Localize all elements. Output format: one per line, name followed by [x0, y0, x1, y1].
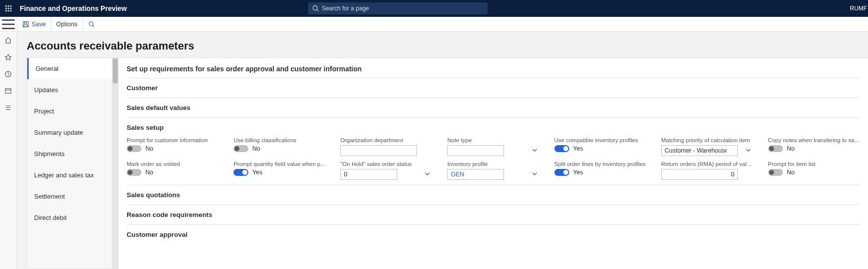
toggle-mark-voided[interactable]: [127, 169, 141, 176]
save-icon: [22, 21, 29, 28]
page-body: General Updates Project Summary update S…: [17, 57, 868, 269]
label: Split order lines by inventory profiles: [554, 161, 646, 167]
label: Matching priority of calculation item: [661, 137, 753, 143]
combo-note-type[interactable]: [447, 145, 504, 156]
svg-rect-2: [10, 5, 12, 7]
toggle-prompt-qty[interactable]: [233, 169, 248, 176]
nav-toggle-button[interactable]: [0, 16, 17, 33]
home-icon: [4, 37, 12, 44]
page-title: Accounts receivable parameters: [17, 32, 868, 57]
combo-inventory-profile[interactable]: [447, 169, 504, 180]
rail-favorites[interactable]: [0, 52, 16, 62]
field-inventory-profile: Inventory profile: [447, 161, 539, 180]
search-icon: [312, 5, 319, 12]
vtab-shipments[interactable]: Shipments: [27, 143, 112, 164]
input-organization-department[interactable]: [340, 145, 417, 156]
vtab-ledger-sales-tax[interactable]: Ledger and sales tax: [27, 164, 112, 186]
label: Prompt quantity field value when p...: [233, 161, 325, 167]
chevron-down-icon: [745, 147, 751, 155]
legal-entity-short[interactable]: RUMF: [850, 5, 868, 12]
field-prompt-customer-info: Prompt for customer information No: [127, 137, 219, 156]
svg-point-9: [313, 6, 317, 10]
rail-home[interactable]: [0, 35, 16, 46]
vertical-tabs: General Updates Project Summary update S…: [27, 57, 112, 269]
fasttab-customer-approval-header[interactable]: Customer approval: [127, 230, 860, 239]
app-brand: Finance and Operations Preview: [20, 4, 127, 12]
toggle-use-billing-classifications[interactable]: [233, 145, 248, 152]
vtab-direct-debit[interactable]: Direct debit: [27, 207, 112, 228]
field-note-type: Note type: [447, 137, 539, 156]
app-launcher-icon[interactable]: [0, 5, 17, 12]
toggle-split-order-lines[interactable]: [554, 169, 569, 176]
svg-rect-4: [8, 8, 9, 9]
toggle-prompt-customer-info[interactable]: [127, 145, 141, 152]
svg-rect-15: [24, 21, 26, 23]
field-split-order-lines: Split order lines by inventory profiles …: [554, 161, 646, 180]
chevron-down-icon: [532, 171, 538, 178]
search-icon: [88, 21, 95, 28]
options-button[interactable]: Options: [51, 17, 83, 31]
form-area: Set up requirements for sales order appr…: [119, 57, 868, 269]
toggle-compatible-inventory-profiles[interactable]: [554, 145, 569, 152]
rail-workspaces[interactable]: [0, 85, 16, 96]
workspace: Accounts receivable parameters General U…: [17, 32, 868, 269]
save-label: Save: [32, 21, 46, 28]
vtab-project[interactable]: Project: [27, 101, 112, 122]
svg-rect-1: [8, 5, 9, 7]
svg-rect-6: [5, 10, 7, 12]
vtab-updates[interactable]: Updates: [27, 79, 112, 101]
fasttab-sales-defaults-header[interactable]: Sales default values: [127, 103, 860, 112]
vtab-summary-update[interactable]: Summary update: [27, 122, 112, 143]
fasttab-reason-codes: Reason code requirements: [127, 205, 860, 224]
field-use-billing-classifications: Use billing classifications No: [233, 137, 325, 156]
sales-setup-fields: Prompt for customer information No Use b…: [127, 132, 860, 180]
global-search-input[interactable]: [322, 5, 484, 12]
label: Return orders (RMA) period of validity: [661, 161, 753, 167]
fasttab-sales-quotations-header[interactable]: Sales quotations: [127, 190, 860, 200]
svg-point-17: [89, 22, 93, 26]
label: Mark order as voided: [127, 161, 219, 167]
toggle-text: No: [787, 145, 795, 152]
combo-matching-priority[interactable]: [661, 145, 738, 156]
label: Prompt for item list: [768, 161, 860, 167]
rail-recent[interactable]: [0, 68, 16, 79]
label: Use billing classifications: [233, 137, 325, 143]
scroll-thumb[interactable]: [113, 58, 118, 83]
chevron-down-icon: [532, 147, 538, 155]
list-icon: [4, 104, 12, 111]
rail-modules[interactable]: [0, 102, 16, 113]
label: Prompt for customer information: [127, 137, 219, 143]
vtab-general[interactable]: General: [27, 58, 112, 79]
svg-marker-19: [5, 54, 11, 59]
toggle-text: Yes: [573, 169, 583, 176]
field-matching-priority: Matching priority of calculation item: [661, 137, 753, 156]
field-on-hold-status: "On Hold" sales order status: [340, 161, 432, 180]
toggle-prompt-item-list[interactable]: [768, 169, 783, 176]
field-prompt-item-list: Prompt for item list No: [768, 161, 860, 180]
vtab-settlement[interactable]: Settlement: [27, 186, 112, 207]
vtabs-scrollbar[interactable]: ▲: [112, 57, 119, 269]
field-copy-notes-transfer: Copy notes when transfering to sale... N…: [768, 137, 860, 156]
combo-on-hold-status[interactable]: [340, 169, 397, 180]
input-rma-validity[interactable]: [661, 169, 738, 180]
label: Copy notes when transfering to sale...: [768, 137, 860, 143]
menu-icon: [0, 16, 17, 33]
fasttab-reason-codes-header[interactable]: Reason code requirements: [127, 210, 860, 219]
field-organization-department: Organization department: [340, 137, 432, 156]
svg-rect-7: [8, 10, 9, 12]
workspace-shell: Accounts receivable parameters General U…: [0, 32, 868, 269]
toggle-copy-notes-transfer[interactable]: [768, 145, 783, 152]
toggle-text: Yes: [252, 169, 262, 176]
workspace-icon: [4, 87, 12, 95]
label: Use compatible inventory profiles: [554, 137, 646, 143]
toggle-text: No: [252, 145, 260, 152]
field-rma-validity: Return orders (RMA) period of validity: [661, 161, 753, 180]
fasttab-customer: Customer: [127, 78, 860, 98]
fasttab-customer-header[interactable]: Customer: [127, 83, 860, 93]
fasttab-sales-setup-header[interactable]: Sales setup: [127, 123, 860, 132]
global-search[interactable]: [308, 2, 488, 14]
fasttab-sales-defaults: Sales default values: [127, 98, 860, 117]
star-icon: [4, 54, 12, 61]
find-button[interactable]: [83, 17, 100, 31]
save-button[interactable]: Save: [17, 17, 51, 31]
